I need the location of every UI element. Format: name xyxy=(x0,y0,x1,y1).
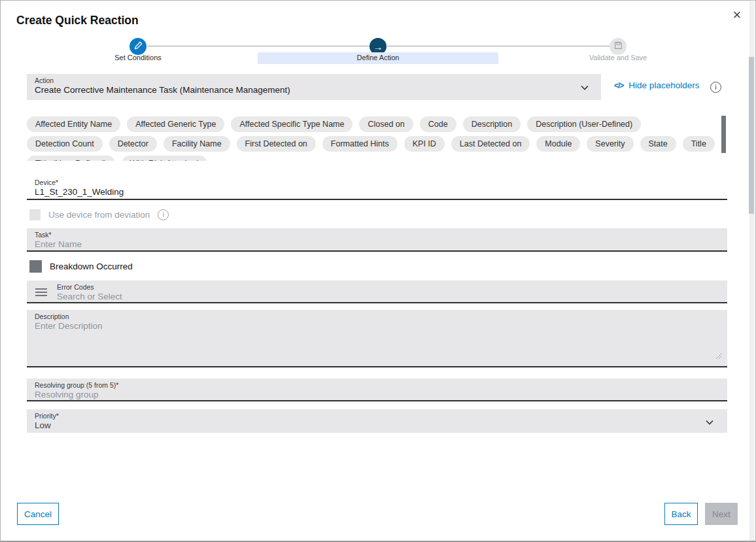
dialog-scrollbar-track[interactable] xyxy=(749,1,755,541)
hide-placeholders-toggle[interactable]: </> Hide placeholders xyxy=(614,80,699,90)
description-label: Description xyxy=(35,313,69,320)
resolving-group-label: Resolving group (5 from 5)* xyxy=(35,381,118,389)
placeholder-chip[interactable]: Detector xyxy=(109,136,157,152)
placeholder-chip[interactable]: Last Detected on xyxy=(451,136,530,152)
device-field[interactable]: Device* xyxy=(27,176,727,200)
placeholder-chip[interactable]: Detection Count xyxy=(27,136,103,152)
create-quick-reaction-dialog: Create Quick Reaction × → Set Conditions… xyxy=(0,0,756,542)
close-icon[interactable]: × xyxy=(728,6,746,24)
breakdown-checkbox-label: Breakdown Occurred xyxy=(50,262,133,271)
save-icon xyxy=(614,41,623,52)
placeholder-chip[interactable]: KPI ID xyxy=(404,136,445,152)
arrow-right-icon: → xyxy=(373,41,383,52)
error-codes-field[interactable]: Error Codes xyxy=(27,280,727,303)
list-menu-icon[interactable] xyxy=(35,288,47,296)
code-icon: </> xyxy=(614,81,623,90)
placeholder-chip[interactable]: Severity xyxy=(587,136,633,152)
placeholder-chips: Affected Entity NameAffected Generic Typ… xyxy=(27,116,717,161)
active-step-highlight: Define Action xyxy=(258,52,498,64)
placeholder-chip[interactable]: First Detected on xyxy=(237,136,316,152)
stepper-connector xyxy=(387,46,610,46)
use-device-checkbox-row: Use device from deviation i xyxy=(29,209,169,220)
placeholder-chip[interactable]: Closed on xyxy=(359,116,413,132)
step-label-set-conditions: Set Conditions xyxy=(73,54,203,61)
chevron-down-icon xyxy=(705,418,714,427)
placeholder-chip[interactable]: Title xyxy=(683,136,715,152)
placeholder-chip[interactable]: Description (User-Defined) xyxy=(527,116,641,132)
placeholder-chip[interactable]: Facility Name xyxy=(163,136,230,152)
placeholder-chip[interactable]: Description xyxy=(463,116,521,132)
step-label-validate-and-save: Validate and Save xyxy=(553,54,683,61)
task-input[interactable] xyxy=(35,239,696,249)
placeholder-chip[interactable]: Module xyxy=(536,136,580,152)
resolving-group-field[interactable]: Resolving group (5 from 5)* xyxy=(27,379,727,401)
breakdown-checkbox[interactable] xyxy=(29,260,42,273)
placeholder-chip[interactable]: Affected Generic Type xyxy=(127,116,224,132)
task-field[interactable]: Task* xyxy=(27,228,727,252)
info-icon[interactable]: i xyxy=(710,82,721,93)
back-button[interactable]: Back xyxy=(664,503,698,525)
priority-label: Priority* xyxy=(35,412,59,420)
chips-scrollbar-thumb[interactable] xyxy=(721,116,726,153)
placeholder-chip[interactable]: With Risk Attached xyxy=(122,156,207,161)
action-select-value: Create Corrective Maintenance Task (Main… xyxy=(35,85,290,95)
next-button: Next xyxy=(705,503,738,525)
step-label-define-action: Define Action xyxy=(258,54,498,61)
placeholder-chip[interactable]: Title (User-Defined) xyxy=(27,156,115,161)
step-set-conditions[interactable] xyxy=(129,38,146,55)
placeholder-chip[interactable]: Affected Entity Name xyxy=(27,116,120,132)
error-codes-label: Error Codes xyxy=(57,283,94,291)
hide-placeholders-label: Hide placeholders xyxy=(628,80,699,90)
description-textarea[interactable] xyxy=(35,321,696,360)
resolving-group-input[interactable] xyxy=(35,390,696,399)
priority-value: Low xyxy=(35,420,51,430)
use-device-checkbox-label: Use device from deviation xyxy=(48,210,150,220)
priority-select[interactable]: Priority* Low xyxy=(27,409,727,433)
placeholder-chip[interactable]: Code xyxy=(420,116,456,132)
task-field-label: Task* xyxy=(35,231,52,239)
cancel-button[interactable]: Cancel xyxy=(17,503,59,525)
description-field[interactable]: Description xyxy=(27,310,727,367)
device-input[interactable] xyxy=(35,187,696,197)
placeholder-chip[interactable]: State xyxy=(640,136,676,152)
info-icon[interactable]: i xyxy=(158,209,169,220)
chevron-down-icon xyxy=(580,83,589,92)
action-select[interactable]: Action Create Corrective Maintenance Tas… xyxy=(27,74,601,100)
action-select-label: Action xyxy=(35,76,54,84)
step-validate-and-save[interactable] xyxy=(610,38,627,55)
use-device-checkbox xyxy=(29,209,41,220)
stepper-connector xyxy=(147,46,369,46)
pencil-icon xyxy=(134,41,143,52)
placeholder-chip[interactable]: Affected Specific Type Name xyxy=(231,116,352,132)
placeholder-chip[interactable]: Formatted Hints xyxy=(322,136,398,152)
dialog-scrollbar-thumb[interactable] xyxy=(749,57,754,214)
dialog-title: Create Quick Reaction xyxy=(16,14,139,27)
error-codes-input[interactable] xyxy=(57,292,718,301)
resize-handle-icon[interactable] xyxy=(715,350,722,362)
device-field-label: Device* xyxy=(35,178,58,186)
breakdown-checkbox-row[interactable]: Breakdown Occurred xyxy=(29,260,133,273)
